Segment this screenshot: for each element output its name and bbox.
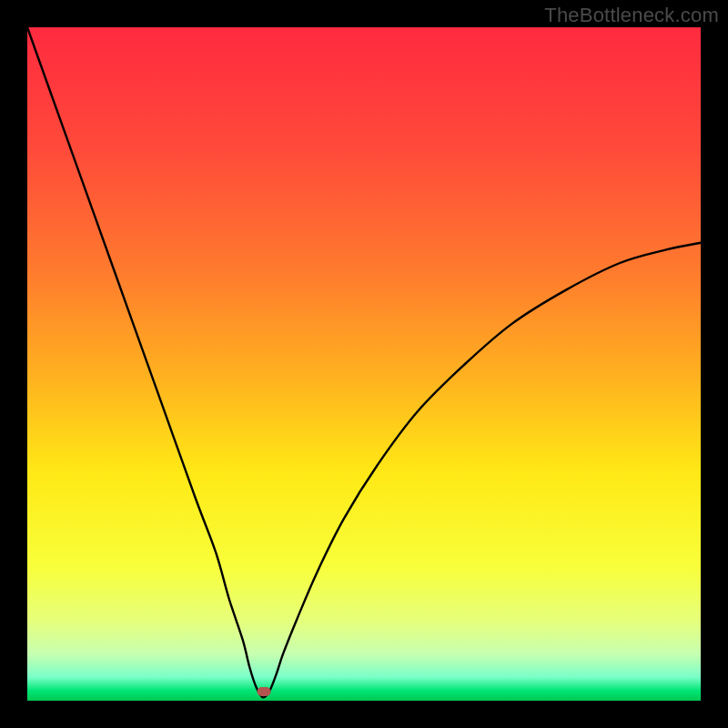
gradient-plot-area [27, 27, 701, 701]
chart-frame: TheBottleneck.com [0, 0, 728, 728]
watermark-text: TheBottleneck.com [544, 4, 719, 27]
min-marker [258, 687, 271, 696]
bottleneck-curve [27, 27, 701, 701]
